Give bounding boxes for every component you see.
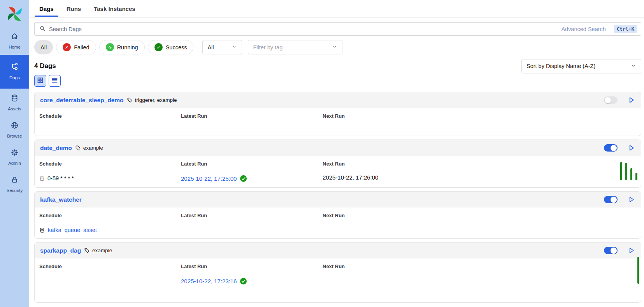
calendar-icon <box>39 176 45 181</box>
dag-card-header: sparkapp_dag example <box>35 242 641 258</box>
assets-icon <box>11 94 19 104</box>
latest-run-column-label: Latest Run <box>181 113 323 119</box>
success-check-icon <box>240 278 247 284</box>
summary-row: 4 Dags Sort by Display Name (A-Z) <box>34 59 641 73</box>
run-bar[interactable] <box>630 168 632 180</box>
search-box[interactable]: Advanced Search Ctrl+K <box>34 22 641 36</box>
dag-card-header: date_demo example <box>35 140 641 156</box>
filter-pill-failed[interactable]: Failed <box>56 40 96 54</box>
tag-list-text: example <box>92 248 112 253</box>
filter-pill-running[interactable]: Running <box>99 40 145 54</box>
play-icon <box>628 96 635 104</box>
latest-run-link[interactable]: 2025-10-22, 17:23:16 <box>181 278 237 284</box>
tab-dags[interactable]: Dags <box>35 0 58 17</box>
dag-pause-toggle[interactable] <box>604 196 618 203</box>
sidebar-item-label: Dags <box>9 75 20 80</box>
table-view-button[interactable] <box>49 75 61 87</box>
chevron-down-icon <box>332 44 337 51</box>
dag-tags: example <box>75 145 103 151</box>
latest-run-column-label: Latest Run <box>181 263 323 269</box>
dags-icon <box>11 63 19 73</box>
home-icon <box>11 32 19 42</box>
dag-card: kafka_watcher Schedule Latest Run Next R… <box>34 191 641 239</box>
dag-card-list: core_deferrable_sleep_demo triggerer, ex… <box>34 92 641 303</box>
sidebar-item-dags[interactable]: Dags <box>0 55 29 89</box>
dag-name-link[interactable]: core_deferrable_sleep_demo <box>40 97 124 104</box>
dag-pause-toggle[interactable] <box>604 247 618 254</box>
next-run-column-label: Next Run <box>323 113 636 119</box>
dag-tags: example <box>84 248 112 253</box>
next-run-value <box>323 226 636 234</box>
tag-filter-select[interactable]: Filter by tag <box>248 40 342 54</box>
admin-icon <box>11 148 19 158</box>
sidebar-item-security[interactable]: Security <box>0 171 29 197</box>
list-view-icon <box>51 77 58 85</box>
sort-select[interactable]: Sort by Display Name (A-Z) <box>521 59 641 73</box>
run-history-chart <box>637 257 639 284</box>
dag-pause-toggle[interactable] <box>604 96 618 104</box>
dag-name-link[interactable]: date_demo <box>40 145 72 152</box>
play-icon <box>628 247 635 254</box>
trigger-dag-button[interactable] <box>627 96 635 105</box>
run-bar[interactable] <box>635 173 637 180</box>
sidebar-item-browse[interactable]: Browse <box>0 117 29 143</box>
tag-icon <box>84 248 90 253</box>
security-icon <box>11 176 19 185</box>
asset-database-icon <box>39 227 45 233</box>
main-content: Dags Runs Task Instances Advanced Search… <box>29 0 644 303</box>
next-run-column-label: Next Run <box>323 161 636 167</box>
sidebar-item-home[interactable]: Home <box>0 28 29 54</box>
tag-icon <box>75 145 81 151</box>
paused-filter-select[interactable]: All <box>202 40 242 54</box>
sidebar: Home Dags Assets Browse Admin <box>0 0 29 307</box>
run-bar[interactable] <box>620 162 622 180</box>
tag-list-text: example <box>83 145 103 151</box>
latest-run-column-label: Latest Run <box>181 161 323 167</box>
trigger-dag-button[interactable] <box>627 246 635 255</box>
airflow-logo-icon[interactable] <box>6 5 24 23</box>
dag-count-heading: 4 Dags <box>34 62 56 70</box>
dag-card: date_demo example Schedule Latest Run Ne… <box>34 140 641 188</box>
advanced-search-link[interactable]: Advanced Search <box>561 26 605 32</box>
search-row: Advanced Search Ctrl+K <box>34 22 641 36</box>
run-bar[interactable] <box>625 163 627 180</box>
run-bar[interactable] <box>637 257 639 284</box>
dag-card-header: core_deferrable_sleep_demo triggerer, ex… <box>35 92 641 108</box>
sidebar-nav: Home Dags Assets Browse Admin <box>0 28 29 198</box>
sidebar-item-label: Admin <box>8 161 21 166</box>
filter-pill-success[interactable]: Success <box>148 40 194 54</box>
schedule-asset-link[interactable]: kafka_queue_asset <box>48 227 97 233</box>
dag-pause-toggle[interactable] <box>604 144 618 152</box>
trigger-dag-button[interactable] <box>627 144 635 152</box>
dag-card: core_deferrable_sleep_demo triggerer, ex… <box>34 92 641 136</box>
trigger-dag-button[interactable] <box>627 195 635 204</box>
dag-name-link[interactable]: sparkapp_dag <box>40 247 81 254</box>
schedule-column-label: Schedule <box>39 213 181 218</box>
sidebar-item-assets[interactable]: Assets <box>0 89 29 116</box>
play-icon <box>628 196 635 203</box>
schedule-value: kafka_queue_asset <box>39 226 181 234</box>
tab-runs[interactable]: Runs <box>62 0 86 17</box>
shortcut-badge: Ctrl+K <box>614 25 637 33</box>
success-state-icon <box>154 43 163 51</box>
search-input[interactable] <box>49 26 558 32</box>
schedule-column-label: Schedule <box>39 161 181 167</box>
state-filter-row: All Failed Running Success All <box>34 40 641 54</box>
schedule-column-label: Schedule <box>39 263 181 269</box>
play-icon <box>628 144 635 152</box>
dag-card-header: kafka_watcher <box>35 192 641 208</box>
tab-task-instances[interactable]: Task Instances <box>89 0 140 17</box>
next-run-column-label: Next Run <box>323 213 636 218</box>
sidebar-item-label: Assets <box>8 106 21 111</box>
schedule-value <box>39 277 181 285</box>
latest-run-link[interactable]: 2025-10-22, 17:25:00 <box>181 175 237 182</box>
dag-name-link[interactable]: kafka_watcher <box>40 196 82 203</box>
sidebar-item-label: Browse <box>7 134 22 138</box>
schedule-value: 0-59 * * * * <box>39 174 181 183</box>
next-run-column-label: Next Run <box>323 263 636 269</box>
latest-run-value: 2025-10-22, 17:23:16 <box>181 277 323 285</box>
top-tabs: Dags Runs Task Instances <box>29 0 644 17</box>
sidebar-item-admin[interactable]: Admin <box>0 144 29 170</box>
filter-pill-all[interactable]: All <box>34 40 53 54</box>
card-view-button[interactable] <box>34 75 46 87</box>
